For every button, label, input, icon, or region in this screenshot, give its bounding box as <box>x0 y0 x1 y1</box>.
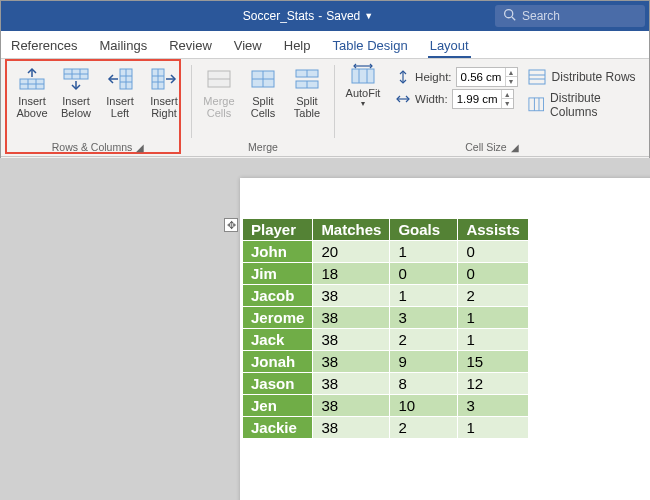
page[interactable]: ✥ PlayerMatchesGoalsAssists John2010Jim1… <box>240 178 650 500</box>
tab-help[interactable]: Help <box>282 32 313 58</box>
search-box[interactable]: Search <box>495 5 645 27</box>
table-cell[interactable]: 38 <box>313 351 390 373</box>
width-up[interactable]: ▲ <box>502 90 513 99</box>
svg-line-1 <box>512 17 515 20</box>
table-cell[interactable]: 38 <box>313 417 390 439</box>
group-cell-size: AutoFit ▾ Height: ▲▼ <box>335 61 649 156</box>
insert-left-button[interactable]: Insert Left <box>99 63 141 140</box>
table-move-handle[interactable]: ✥ <box>224 218 238 232</box>
table-row[interactable]: Jerome3831 <box>243 307 529 329</box>
cell-size-dialog-launcher[interactable]: ◢ <box>511 142 519 153</box>
table-cell[interactable]: Jonah <box>243 351 313 373</box>
distribute-columns-button[interactable]: Distribute Columns <box>528 91 643 119</box>
height-down[interactable]: ▼ <box>506 77 517 86</box>
table-row[interactable]: Jim1800 <box>243 263 529 285</box>
data-table[interactable]: PlayerMatchesGoalsAssists John2010Jim180… <box>242 218 529 439</box>
table-cell[interactable]: 20 <box>313 241 390 263</box>
split-table-icon <box>293 67 321 91</box>
filename: Soccer_Stats <box>243 9 314 23</box>
table-cell[interactable]: 0 <box>390 263 458 285</box>
table-header[interactable]: Matches <box>313 219 390 241</box>
table-cell[interactable]: 0 <box>458 241 528 263</box>
table-cell[interactable]: 9 <box>390 351 458 373</box>
table-cell[interactable]: John <box>243 241 313 263</box>
width-icon <box>395 91 411 107</box>
table-cell[interactable]: 1 <box>458 417 528 439</box>
table-cell[interactable]: 2 <box>458 285 528 307</box>
table-cell[interactable]: Jen <box>243 395 313 417</box>
insert-right-button[interactable]: Insert Right <box>143 63 185 140</box>
table-cell[interactable]: 38 <box>313 395 390 417</box>
title-bar: Soccer_Stats - Saved ▼ Search <box>1 1 649 31</box>
table-cell[interactable]: 1 <box>390 285 458 307</box>
table-cell[interactable]: 2 <box>390 417 458 439</box>
merge-cells-button: Merge Cells <box>198 63 240 140</box>
width-label: Width: <box>415 93 448 105</box>
table-row[interactable]: Jonah38915 <box>243 351 529 373</box>
table-cell[interactable]: 38 <box>313 329 390 351</box>
table-cell[interactable]: 1 <box>390 241 458 263</box>
table-cell[interactable]: Jack <box>243 329 313 351</box>
width-input[interactable] <box>453 93 501 105</box>
svg-point-0 <box>505 10 513 18</box>
height-input[interactable] <box>457 71 505 83</box>
group-label-rows-columns: Rows & Columns <box>52 141 133 153</box>
table-row[interactable]: Jack3821 <box>243 329 529 351</box>
table-cell[interactable]: 10 <box>390 395 458 417</box>
document-title: Soccer_Stats - Saved ▼ <box>1 9 495 23</box>
table-cell[interactable]: 3 <box>390 307 458 329</box>
distribute-rows-button[interactable]: Distribute Rows <box>528 69 643 85</box>
group-label-merge: Merge <box>248 141 278 153</box>
table-header[interactable]: Player <box>243 219 313 241</box>
rows-columns-dialog-launcher[interactable]: ◢ <box>136 142 144 153</box>
table-cell[interactable]: 3 <box>458 395 528 417</box>
table-cell[interactable]: Jerome <box>243 307 313 329</box>
tab-table-design[interactable]: Table Design <box>331 32 410 58</box>
insert-above-icon <box>18 67 46 91</box>
ribbon-tabs: References Mailings Review View Help Tab… <box>1 31 649 59</box>
table-cell[interactable]: 1 <box>458 307 528 329</box>
ribbon: Insert Above Insert Below Insert Left In… <box>1 59 649 157</box>
split-table-button[interactable]: Split Table <box>286 63 328 140</box>
table-cell[interactable]: Jacob <box>243 285 313 307</box>
insert-above-button[interactable]: Insert Above <box>11 63 53 140</box>
width-spinner[interactable]: ▲▼ <box>452 89 514 109</box>
width-down[interactable]: ▼ <box>502 99 513 108</box>
table-cell[interactable]: Jason <box>243 373 313 395</box>
split-cells-button[interactable]: Split Cells <box>242 63 284 140</box>
table-cell[interactable]: 0 <box>458 263 528 285</box>
table-cell[interactable]: Jackie <box>243 417 313 439</box>
table-row[interactable]: Jackie3821 <box>243 417 529 439</box>
table-header[interactable]: Goals <box>390 219 458 241</box>
height-up[interactable]: ▲ <box>506 68 517 77</box>
insert-below-button[interactable]: Insert Below <box>55 63 97 140</box>
table-cell[interactable]: 15 <box>458 351 528 373</box>
save-status: Saved <box>326 9 360 23</box>
autofit-button[interactable]: AutoFit ▾ <box>341 63 385 140</box>
table-cell[interactable]: 12 <box>458 373 528 395</box>
tab-mailings[interactable]: Mailings <box>97 32 149 58</box>
tab-review[interactable]: Review <box>167 32 214 58</box>
tab-view[interactable]: View <box>232 32 264 58</box>
table-header[interactable]: Assists <box>458 219 528 241</box>
table-cell[interactable]: 2 <box>390 329 458 351</box>
svg-rect-40 <box>528 98 543 111</box>
table-cell[interactable]: 38 <box>313 373 390 395</box>
tab-references[interactable]: References <box>9 32 79 58</box>
group-rows-columns: Insert Above Insert Below Insert Left In… <box>5 61 191 156</box>
table-row[interactable]: Jen38103 <box>243 395 529 417</box>
chevron-down-icon: ▾ <box>361 99 365 108</box>
table-cell[interactable]: 8 <box>390 373 458 395</box>
table-row[interactable]: John2010 <box>243 241 529 263</box>
table-cell[interactable]: Jim <box>243 263 313 285</box>
table-row[interactable]: Jason38812 <box>243 373 529 395</box>
table-cell[interactable]: 18 <box>313 263 390 285</box>
table-cell[interactable]: 1 <box>458 329 528 351</box>
table-row[interactable]: Jacob3812 <box>243 285 529 307</box>
table-cell[interactable]: 38 <box>313 285 390 307</box>
merge-cells-icon <box>205 67 233 91</box>
tab-layout[interactable]: Layout <box>428 32 471 58</box>
height-spinner[interactable]: ▲▼ <box>456 67 518 87</box>
title-dropdown-icon[interactable]: ▼ <box>364 11 373 21</box>
table-cell[interactable]: 38 <box>313 307 390 329</box>
